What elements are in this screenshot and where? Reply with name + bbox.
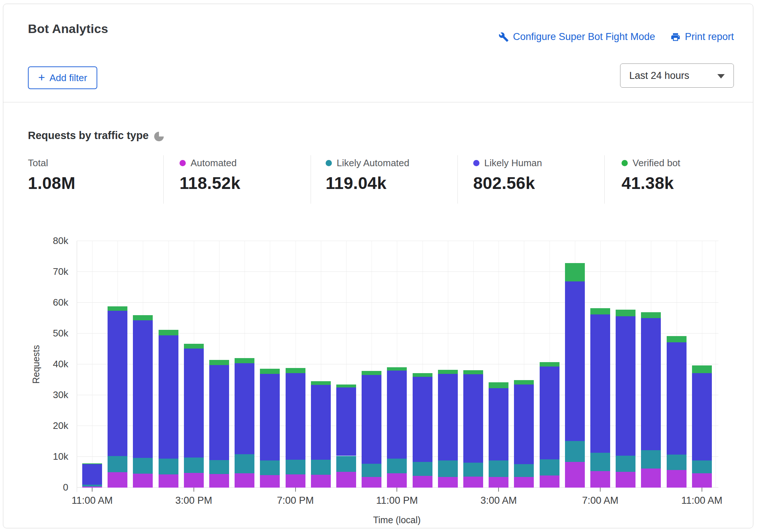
bar-segment-verified-bot[interactable] xyxy=(286,368,305,373)
bar-segment-verified-bot[interactable] xyxy=(413,373,432,377)
bar-segment-automated[interactable] xyxy=(489,477,508,488)
bar-segment-likely-automated[interactable] xyxy=(336,456,356,472)
bar-segment-likely-human[interactable] xyxy=(616,316,635,456)
bar-segment-verified-bot[interactable] xyxy=(159,330,178,335)
time-range-select[interactable]: Last 24 hours xyxy=(620,63,734,88)
bar-segment-likely-human[interactable] xyxy=(82,464,102,485)
bar-segment-automated[interactable] xyxy=(108,472,127,488)
bar-segment-verified-bot[interactable] xyxy=(235,358,254,363)
bar-segment-likely-automated[interactable] xyxy=(184,458,204,473)
bar-segment-likely-human[interactable] xyxy=(311,385,331,460)
bar-segment-automated[interactable] xyxy=(387,473,407,488)
add-filter-button[interactable]: + Add filter xyxy=(28,66,97,89)
bar-segment-verified-bot[interactable] xyxy=(311,381,331,385)
bar-segment-automated[interactable] xyxy=(184,473,204,488)
bar-segment-verified-bot[interactable] xyxy=(616,310,635,316)
bar-segment-verified-bot[interactable] xyxy=(692,365,712,373)
bar-segment-verified-bot[interactable] xyxy=(184,344,204,349)
bar-segment-likely-human[interactable] xyxy=(692,373,712,460)
bar-segment-likely-automated[interactable] xyxy=(260,460,280,475)
bar-segment-likely-human[interactable] xyxy=(235,363,254,454)
bar-segment-automated[interactable] xyxy=(209,474,229,488)
bar-segment-likely-human[interactable] xyxy=(336,387,356,456)
bar-segment-automated[interactable] xyxy=(514,477,534,488)
bar-segment-likely-automated[interactable] xyxy=(387,459,407,473)
bar-segment-verified-bot[interactable] xyxy=(641,312,661,318)
bar-segment-verified-bot[interactable] xyxy=(438,370,458,374)
bar-segment-likely-human[interactable] xyxy=(489,388,508,460)
bar-segment-verified-bot[interactable] xyxy=(108,306,127,311)
bar-segment-automated[interactable] xyxy=(260,475,280,488)
bar-segment-likely-automated[interactable] xyxy=(235,454,254,473)
bar-segment-likely-human[interactable] xyxy=(641,318,661,450)
bar-segment-likely-human[interactable] xyxy=(667,342,687,455)
bar-segment-automated[interactable] xyxy=(133,474,153,488)
bar-segment-verified-bot[interactable] xyxy=(540,362,559,367)
bar-segment-likely-automated[interactable] xyxy=(311,460,331,474)
bar-segment-automated[interactable] xyxy=(438,477,458,488)
bar-segment-verified-bot[interactable] xyxy=(489,382,508,388)
bar-segment-automated[interactable] xyxy=(413,476,432,488)
bar-segment-automated[interactable] xyxy=(565,462,585,488)
bar-segment-automated[interactable] xyxy=(463,477,483,488)
bar-segment-likely-automated[interactable] xyxy=(540,459,559,476)
bar-segment-likely-automated[interactable] xyxy=(667,455,687,470)
bar-segment-likely-automated[interactable] xyxy=(209,460,229,474)
bar-segment-verified-bot[interactable] xyxy=(209,360,229,365)
bar-segment-likely-automated[interactable] xyxy=(641,450,661,469)
bar-segment-automated[interactable] xyxy=(362,477,381,488)
bar-segment-automated[interactable] xyxy=(616,472,635,488)
bar-segment-likely-automated[interactable] xyxy=(82,485,102,487)
bar-segment-likely-automated[interactable] xyxy=(590,453,610,471)
bar-segment-likely-automated[interactable] xyxy=(514,464,534,477)
bar-segment-verified-bot[interactable] xyxy=(590,308,610,314)
bar-segment-likely-human[interactable] xyxy=(184,349,204,458)
bar-segment-verified-bot[interactable] xyxy=(362,371,381,375)
bar-segment-likely-human[interactable] xyxy=(463,374,483,463)
bar-segment-likely-automated[interactable] xyxy=(286,460,305,474)
bar-segment-likely-automated[interactable] xyxy=(159,459,178,474)
bar-segment-likely-human[interactable] xyxy=(438,374,458,460)
bar-segment-verified-bot[interactable] xyxy=(514,380,534,385)
bar-segment-likely-human[interactable] xyxy=(540,367,559,459)
stat-verified-bot[interactable]: Verified bot 41.38k xyxy=(622,157,754,193)
bar-segment-verified-bot[interactable] xyxy=(565,263,585,281)
bar-segment-likely-human[interactable] xyxy=(108,311,127,456)
bar-segment-likely-automated[interactable] xyxy=(463,463,483,477)
bar-segment-likely-human[interactable] xyxy=(514,385,534,464)
bar-segment-likely-human[interactable] xyxy=(260,374,280,460)
bar-segment-likely-automated[interactable] xyxy=(362,464,381,477)
bar-segment-verified-bot[interactable] xyxy=(133,315,153,320)
bar-segment-automated[interactable] xyxy=(235,473,254,488)
bar-segment-likely-human[interactable] xyxy=(590,314,610,453)
bar-segment-automated[interactable] xyxy=(641,469,661,488)
bar-segment-likely-human[interactable] xyxy=(387,371,407,459)
bar-segment-automated[interactable] xyxy=(311,475,331,488)
bar-segment-automated[interactable] xyxy=(540,475,559,488)
bar-segment-likely-human[interactable] xyxy=(565,281,585,441)
bar-segment-automated[interactable] xyxy=(692,473,712,488)
bar-segment-likely-automated[interactable] xyxy=(438,460,458,477)
bar-segment-likely-automated[interactable] xyxy=(133,458,153,474)
bar-segment-automated[interactable] xyxy=(336,472,356,488)
bar-segment-verified-bot[interactable] xyxy=(336,385,356,387)
stat-likely-automated[interactable]: Likely Automated 119.04k xyxy=(326,157,458,193)
bar-segment-verified-bot[interactable] xyxy=(82,463,102,464)
bar-segment-likely-human[interactable] xyxy=(133,320,153,458)
print-report-link[interactable]: Print report xyxy=(670,31,734,43)
stat-automated[interactable]: Automated 118.52k xyxy=(180,157,312,193)
bar-segment-verified-bot[interactable] xyxy=(260,369,280,374)
bar-segment-likely-human[interactable] xyxy=(209,365,229,460)
bar-segment-likely-automated[interactable] xyxy=(489,460,508,477)
bar-segment-automated[interactable] xyxy=(159,474,178,488)
bar-segment-verified-bot[interactable] xyxy=(667,336,687,342)
bar-segment-likely-human[interactable] xyxy=(413,377,432,462)
bar-segment-verified-bot[interactable] xyxy=(387,367,407,371)
bar-segment-likely-human[interactable] xyxy=(159,335,178,459)
configure-super-bot-fight-mode-link[interactable]: Configure Super Bot Fight Mode xyxy=(499,31,655,43)
bar-segment-likely-automated[interactable] xyxy=(413,462,432,476)
bar-segment-automated[interactable] xyxy=(286,474,305,488)
bar-segment-likely-automated[interactable] xyxy=(616,456,635,472)
bar-segment-automated[interactable] xyxy=(667,470,687,488)
bar-segment-likely-automated[interactable] xyxy=(692,460,712,473)
